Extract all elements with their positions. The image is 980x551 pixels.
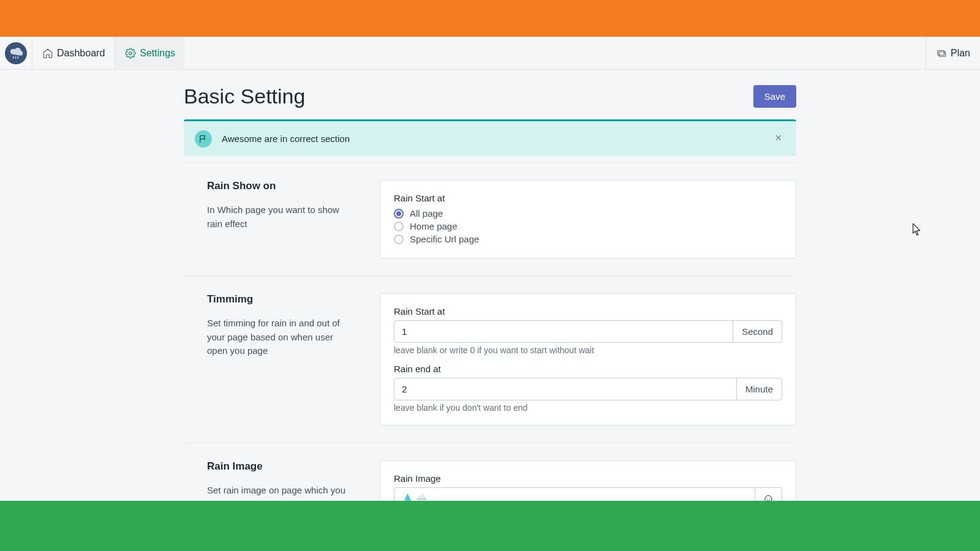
timing-end-unit: Minute [737, 378, 782, 400]
timing-start-unit: Second [733, 320, 782, 343]
cloud-rain-icon [9, 47, 23, 60]
rain-show-card: Rain Start at All page Home page Specifi… [380, 180, 796, 258]
svg-point-4 [767, 498, 767, 498]
radio-home-page-label: Home page [410, 221, 458, 231]
section-rain-show: Rain Show on In Which page you want to s… [184, 162, 796, 276]
svg-point-5 [769, 498, 770, 498]
nav-plan[interactable]: Plan [925, 37, 980, 69]
svg-point-0 [129, 51, 132, 54]
gear-icon [125, 48, 136, 59]
rain-show-desc: In Which page you want to show rain effe… [207, 203, 355, 231]
timing-end-input[interactable] [394, 378, 737, 400]
page-title: Basic Setting [184, 84, 305, 108]
timing-card: Rain Start at Second leave blank or writ… [380, 293, 796, 425]
radio-all-page[interactable]: All page [394, 207, 782, 220]
radio-all-page-label: All page [410, 208, 443, 219]
rain-image-label: Rain Image [394, 473, 782, 484]
close-icon [774, 133, 783, 142]
nav-bar: Dashboard Settings Plan [0, 37, 980, 70]
timing-end-label: Rain end at [394, 364, 782, 374]
nav-settings[interactable]: Settings [115, 37, 185, 69]
timing-desc: Set timming for rain in and out of your … [207, 317, 355, 358]
nav-dashboard-label: Dashboard [57, 48, 105, 59]
rain-image-title: Rain Image [207, 460, 355, 473]
nav-plan-label: Plan [951, 48, 970, 59]
flag-icon [195, 130, 212, 148]
banner-close-button[interactable] [772, 130, 785, 148]
svg-rect-2 [939, 51, 946, 56]
radio-home-page[interactable]: Home page [394, 220, 782, 233]
timing-start-help: leave blank or write 0 if you want to st… [394, 345, 782, 355]
rain-show-title: Rain Show on [207, 180, 355, 192]
svg-rect-1 [938, 50, 944, 55]
save-button[interactable]: Save [753, 85, 796, 108]
info-banner: Awesome are in correct section [184, 119, 796, 156]
home-icon [42, 48, 53, 59]
timing-end-help: leave blank if you don't want to end [394, 403, 782, 413]
bottom-green-bar [0, 501, 980, 551]
app-logo[interactable] [5, 42, 27, 64]
nav-dashboard[interactable]: Dashboard [32, 37, 115, 69]
radio-specific-url-label: Specific Url page [410, 234, 479, 244]
top-orange-bar [0, 0, 980, 37]
timing-start-input[interactable] [394, 320, 733, 343]
header-row: Basic Setting Save [184, 84, 796, 108]
rain-start-at-label: Rain Start at [394, 193, 782, 203]
nav-settings-label: Settings [140, 48, 175, 59]
timing-start-label: Rain Start at [394, 306, 782, 317]
radio-specific-url[interactable]: Specific Url page [394, 233, 782, 246]
plan-icon [936, 48, 947, 59]
section-timing: Timmimg Set timming for rain in and out … [184, 276, 796, 443]
timing-title: Timmimg [207, 293, 355, 305]
cursor-pointer [913, 223, 921, 236]
main-content: Basic Setting Save Awesome are in correc… [184, 70, 796, 551]
banner-text: Awesome are in correct section [222, 133, 762, 144]
